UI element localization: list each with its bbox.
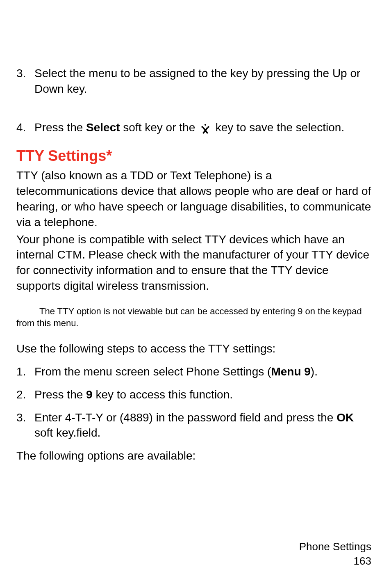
text-fragment: From the menu screen select Phone Settin… xyxy=(34,365,271,378)
svg-point-0 xyxy=(205,124,206,126)
footer-page-number: 163 xyxy=(299,554,371,568)
closing-paragraph: The following options are available: xyxy=(16,448,375,464)
text-fragment: Press the xyxy=(34,121,86,134)
footer-section: Phone Settings xyxy=(299,540,371,554)
text-fragment: soft key or the xyxy=(120,121,198,134)
step-top-3: 3. Select the menu to be assigned to the… xyxy=(16,66,375,97)
step-bottom-1: 1. From the menu screen select Phone Set… xyxy=(16,364,375,380)
step-number: 1. xyxy=(16,364,34,380)
body-paragraph: TTY (also known as a TDD or Text Telepho… xyxy=(16,168,375,230)
text-fragment-bold: Menu 9 xyxy=(271,365,310,378)
step-number: 3. xyxy=(16,410,34,441)
text-fragment: Enter 4-T-T-Y or (4889) in the password … xyxy=(34,411,336,424)
step-number: 2. xyxy=(16,387,34,403)
note-paragraph: The TTY option is not viewable but can b… xyxy=(16,305,375,329)
text-fragment: key to access this function. xyxy=(93,388,233,401)
step-number: 3. xyxy=(16,66,34,97)
steps-intro: Use the following steps to access the TT… xyxy=(16,341,375,357)
text-fragment: key to save the selection. xyxy=(212,121,344,134)
confirm-key-icon xyxy=(200,123,211,133)
note-text: The TTY option is not viewable but can b… xyxy=(16,306,362,329)
page-footer: Phone Settings 163 xyxy=(299,540,371,568)
body-paragraph: Your phone is compatible with select TTY… xyxy=(16,232,375,294)
step-text: Enter 4-T-T-Y or (4889) in the password … xyxy=(34,410,375,441)
text-fragment-bold: OK xyxy=(336,411,354,424)
step-bottom-3: 3. Enter 4-T-T-Y or (4889) in the passwo… xyxy=(16,410,375,441)
text-fragment: ). xyxy=(311,365,318,378)
step-text: From the menu screen select Phone Settin… xyxy=(34,364,375,380)
step-number: 4. xyxy=(16,120,34,135)
section-heading: TTY Settings* xyxy=(16,147,375,165)
text-fragment-bold: Select xyxy=(86,121,120,134)
text-fragment: soft key.field. xyxy=(34,426,100,439)
text-fragment-bold: 9 xyxy=(86,388,93,401)
step-top-4: 4. Press the Select soft key or the key … xyxy=(16,120,375,135)
text-fragment: Press the xyxy=(34,388,86,401)
step-text: Press the 9 key to access this function. xyxy=(34,387,375,403)
step-text: Select the menu to be assigned to the ke… xyxy=(34,66,375,97)
step-bottom-2: 2. Press the 9 key to access this functi… xyxy=(16,387,375,403)
step-text: Press the Select soft key or the key to … xyxy=(34,120,375,135)
